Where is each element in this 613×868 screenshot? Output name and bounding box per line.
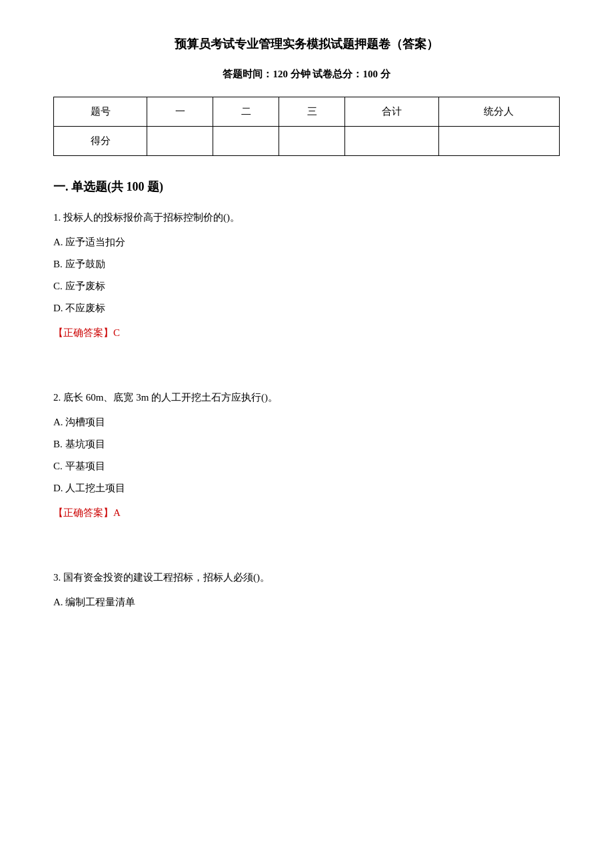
table-score-row: 得分: [54, 127, 560, 156]
table-header-row: 题号 一 二 三 合计 统分人: [54, 97, 560, 127]
question-2-answer-label: 【正确答案】: [53, 507, 113, 518]
exam-info: 答题时间：120 分钟 试卷总分：100 分: [53, 65, 560, 83]
score-label: 得分: [54, 127, 147, 156]
question-1-option-c: C. 应予废标: [53, 277, 560, 295]
question-2-option-a: A. 沟槽项目: [53, 413, 560, 431]
question-1-option-a: A. 应予适当扣分: [53, 233, 560, 251]
question-1-answer-letter: C: [113, 327, 120, 338]
question-1-option-b: B. 应予鼓励: [53, 255, 560, 273]
question-3: 3. 国有资金投资的建设工程招标，招标人必须()。 A. 编制工程量清单: [53, 569, 560, 611]
question-2-option-c: C. 平基项目: [53, 457, 560, 475]
section1-title: 一. 单选题(共 100 题): [53, 176, 560, 197]
score-2: [213, 127, 279, 156]
col-total: 合计: [345, 97, 438, 127]
question-1-option-d: D. 不应废标: [53, 299, 560, 317]
question-2-text: 2. 底长 60m、底宽 3m 的人工开挖土石方应执行()。: [53, 389, 560, 407]
question-3-text: 3. 国有资金投资的建设工程招标，招标人必须()。: [53, 569, 560, 587]
score-1: [147, 127, 213, 156]
score-table: 题号 一 二 三 合计 统分人 得分: [53, 97, 560, 156]
col-3: 三: [279, 97, 345, 127]
col-title: 题号: [54, 97, 147, 127]
question-1: 1. 投标人的投标报价高于招标控制价的()。 A. 应予适当扣分 B. 应予鼓励…: [53, 209, 560, 342]
question-1-answer-label: 【正确答案】: [53, 327, 113, 338]
question-1-answer: 【正确答案】C: [53, 324, 560, 342]
question-2: 2. 底长 60m、底宽 3m 的人工开挖土石方应执行()。 A. 沟槽项目 B…: [53, 389, 560, 522]
question-2-answer: 【正确答案】A: [53, 504, 560, 522]
score-total: [345, 127, 438, 156]
question-2-option-d: D. 人工挖土项目: [53, 479, 560, 497]
question-3-option-a: A. 编制工程量清单: [53, 593, 560, 611]
question-1-text: 1. 投标人的投标报价高于招标控制价的()。: [53, 209, 560, 227]
col-2: 二: [213, 97, 279, 127]
score-3: [279, 127, 345, 156]
col-1: 一: [147, 97, 213, 127]
page-title: 预算员考试专业管理实务模拟试题押题卷（答案）: [53, 33, 560, 55]
question-2-option-b: B. 基坑项目: [53, 435, 560, 453]
question-2-answer-letter: A: [113, 507, 121, 518]
col-scorer: 统分人: [438, 97, 560, 127]
score-scorer: [438, 127, 560, 156]
